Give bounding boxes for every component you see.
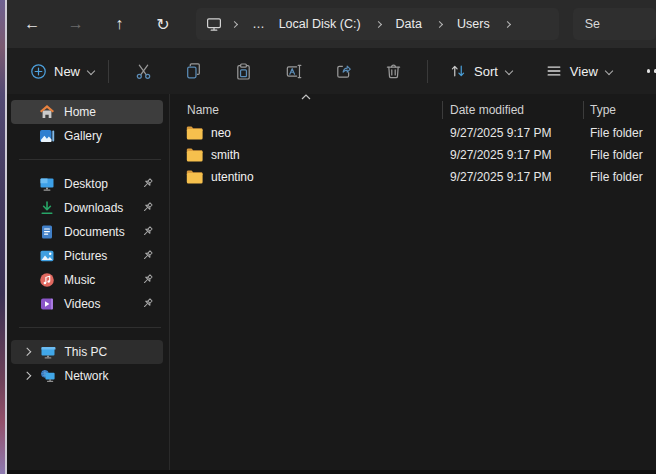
back-button[interactable]: ← xyxy=(17,9,48,39)
ellipsis-icon xyxy=(647,69,656,72)
cut-button[interactable] xyxy=(123,54,163,88)
view-list-icon xyxy=(545,62,563,80)
copy-button[interactable] xyxy=(173,54,213,88)
sidebar-item-label: Music xyxy=(64,273,95,287)
sidebar-separator xyxy=(19,159,161,160)
pin-icon xyxy=(141,273,154,289)
back-icon: ← xyxy=(24,15,40,33)
sidebar-item-music[interactable]: Music xyxy=(11,268,163,292)
up-button[interactable]: ↑ xyxy=(104,9,135,39)
breadcrumb-local-disk-c[interactable]: Local Disk (C:) xyxy=(272,14,368,34)
sidebar-item-home[interactable]: Home xyxy=(11,100,163,124)
share-button[interactable] xyxy=(323,54,363,88)
toolbar-divider xyxy=(108,60,109,83)
desktop-icon xyxy=(39,176,55,192)
file-explorer-window: ← → ↑ ↻ … Local Disk (C:) xyxy=(0,0,656,474)
pin-icon xyxy=(141,201,154,217)
paste-icon xyxy=(234,62,253,81)
folder-icon xyxy=(186,148,203,162)
toolbar-divider xyxy=(427,60,428,83)
breadcrumb-chevron-icon xyxy=(231,20,238,27)
sidebar-item-pictures[interactable]: Pictures xyxy=(11,244,163,268)
search-input[interactable]: Se xyxy=(573,8,656,40)
sort-icon xyxy=(449,62,467,80)
sort-button-label: Sort xyxy=(474,64,498,79)
file-row[interactable]: smith 9/27/2025 9:17 PM File folder xyxy=(170,144,656,166)
rename-button[interactable] xyxy=(273,54,313,88)
paste-button[interactable] xyxy=(223,54,263,88)
rename-icon xyxy=(284,62,303,81)
documents-icon xyxy=(39,224,55,240)
refresh-button[interactable]: ↻ xyxy=(148,9,179,39)
column-resize-handle[interactable] xyxy=(442,101,443,119)
address-bar[interactable]: … Local Disk (C:) Data Users xyxy=(196,8,559,40)
cut-icon xyxy=(134,62,153,81)
file-date-modified: 9/27/2025 9:17 PM xyxy=(442,148,583,162)
gallery-icon xyxy=(39,128,55,144)
file-date-modified: 9/27/2025 9:17 PM xyxy=(442,126,583,140)
column-header-type[interactable]: Type xyxy=(583,103,656,117)
folder-icon xyxy=(186,126,203,140)
copy-icon xyxy=(184,62,203,81)
file-name: neo xyxy=(211,126,231,140)
column-resize-handle[interactable] xyxy=(583,101,584,119)
videos-icon xyxy=(39,296,55,312)
sidebar-item-documents[interactable]: Documents xyxy=(11,220,163,244)
breadcrumb-users[interactable]: Users xyxy=(450,14,497,34)
sidebar-item-label: Documents xyxy=(64,225,125,239)
sidebar-item-desktop[interactable]: Desktop xyxy=(11,172,163,196)
content-area: Home Gallery xyxy=(7,94,656,470)
sidebar-item-network[interactable]: Network xyxy=(11,364,163,388)
file-date-modified: 9/27/2025 9:17 PM xyxy=(442,170,583,184)
sidebar-item-label: Network xyxy=(65,369,109,383)
sidebar-item-label: This PC xyxy=(65,345,108,359)
forward-button[interactable]: → xyxy=(61,9,92,39)
share-icon xyxy=(334,62,353,81)
chevron-down-icon xyxy=(87,67,95,75)
file-type: File folder xyxy=(583,126,656,140)
this-pc-monitor-icon xyxy=(206,17,222,32)
new-button[interactable]: New xyxy=(21,54,104,88)
pin-icon xyxy=(141,249,154,265)
breadcrumb-data[interactable]: Data xyxy=(389,14,429,34)
sidebar-item-videos[interactable]: Videos xyxy=(11,292,163,316)
sidebar-item-this-pc[interactable]: This PC xyxy=(11,340,163,364)
home-icon xyxy=(39,104,55,120)
this-pc-icon xyxy=(40,344,56,360)
column-header-date-modified[interactable]: Date modified xyxy=(442,103,583,117)
expand-chevron-icon[interactable] xyxy=(23,348,31,356)
file-row[interactable]: utentino 9/27/2025 9:17 PM File folder xyxy=(170,166,656,188)
sidebar-item-gallery[interactable]: Gallery xyxy=(11,124,163,148)
chevron-down-icon xyxy=(605,67,613,75)
view-button-label: View xyxy=(570,64,598,79)
pin-icon xyxy=(141,177,154,193)
window-bottom-edge xyxy=(7,470,656,474)
delete-button[interactable] xyxy=(373,54,413,88)
trash-icon xyxy=(384,62,403,81)
breadcrumb-chevron-icon xyxy=(504,20,511,27)
file-row[interactable]: neo 9/27/2025 9:17 PM File folder xyxy=(170,122,656,144)
view-button[interactable]: View xyxy=(536,54,622,88)
sidebar-item-label: Videos xyxy=(64,297,100,311)
chevron-down-icon xyxy=(505,67,513,75)
column-header-name[interactable]: Name xyxy=(170,103,442,117)
network-icon xyxy=(40,368,56,384)
navigation-bar: ← → ↑ ↻ … Local Disk (C:) xyxy=(7,0,656,48)
pin-icon xyxy=(141,225,154,241)
refresh-icon: ↻ xyxy=(156,15,169,34)
new-plus-icon xyxy=(30,63,47,80)
expand-chevron-icon[interactable] xyxy=(23,372,31,380)
sort-button[interactable]: Sort xyxy=(440,54,522,88)
breadcrumb-overflow[interactable]: … xyxy=(245,14,272,34)
pictures-icon xyxy=(39,248,55,264)
breadcrumb-chevron-icon xyxy=(436,20,443,27)
column-headers: Name Date modified Type xyxy=(170,97,656,122)
sidebar-item-label: Gallery xyxy=(64,129,102,143)
see-more-button[interactable] xyxy=(638,54,656,88)
sidebar-item-label: Pictures xyxy=(64,249,107,263)
search-text: Se xyxy=(585,17,600,31)
pin-icon xyxy=(141,297,154,313)
file-type: File folder xyxy=(583,170,656,184)
new-button-label: New xyxy=(54,64,80,79)
sidebar-item-downloads[interactable]: Downloads xyxy=(11,196,163,220)
